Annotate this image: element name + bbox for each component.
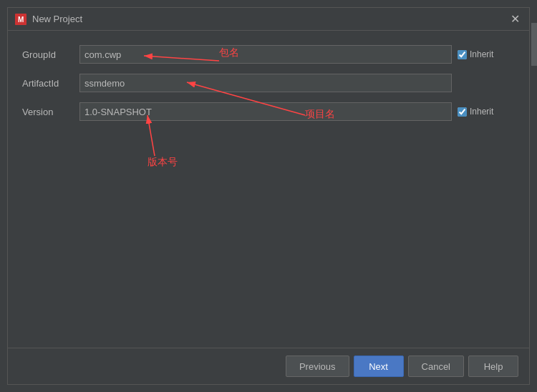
version-inherit-checkbox[interactable] — [458, 107, 467, 117]
dialog-content: GroupId Inherit ArtifactId Version Inher… — [8, 31, 529, 348]
groupid-inherit-checkbox[interactable] — [458, 50, 467, 59]
groupid-label: GroupId — [22, 49, 79, 60]
version-label: Version — [22, 107, 79, 117]
groupid-inherit-container: Inherit — [458, 49, 515, 59]
new-project-dialog: M New Project ✕ GroupId Inherit Artifact… — [7, 7, 530, 385]
artifactid-row: ArtifactId — [22, 74, 515, 92]
app-icon: M — [15, 14, 26, 25]
version-inherit-label: Inherit — [470, 107, 493, 117]
svg-text:M: M — [18, 16, 24, 24]
title-bar-left: M New Project — [15, 14, 82, 25]
dialog-footer: Previous Next Cancel Help — [8, 348, 529, 384]
version-input[interactable] — [79, 102, 452, 121]
scrollbar-thumb[interactable] — [531, 23, 537, 66]
svg-line-5 — [147, 115, 155, 156]
groupid-input[interactable] — [79, 45, 452, 64]
previous-button[interactable]: Previous — [286, 356, 349, 377]
help-button[interactable]: Help — [468, 356, 518, 377]
version-row: Version Inherit — [22, 102, 515, 121]
dialog-title: New Project — [32, 14, 82, 24]
cancel-button[interactable]: Cancel — [408, 356, 464, 377]
next-button[interactable]: Next — [354, 356, 404, 377]
groupid-inherit-label: Inherit — [470, 49, 493, 59]
artifactid-input[interactable] — [79, 74, 452, 92]
title-bar: M New Project ✕ — [8, 8, 529, 31]
annotation-version-num: 版本号 — [147, 156, 178, 169]
version-inherit-container: Inherit — [458, 107, 515, 117]
scrollbar-track — [531, 23, 537, 392]
groupid-row: GroupId Inherit — [22, 45, 515, 64]
close-button[interactable]: ✕ — [508, 12, 522, 26]
artifactid-label: ArtifactId — [22, 78, 79, 89]
